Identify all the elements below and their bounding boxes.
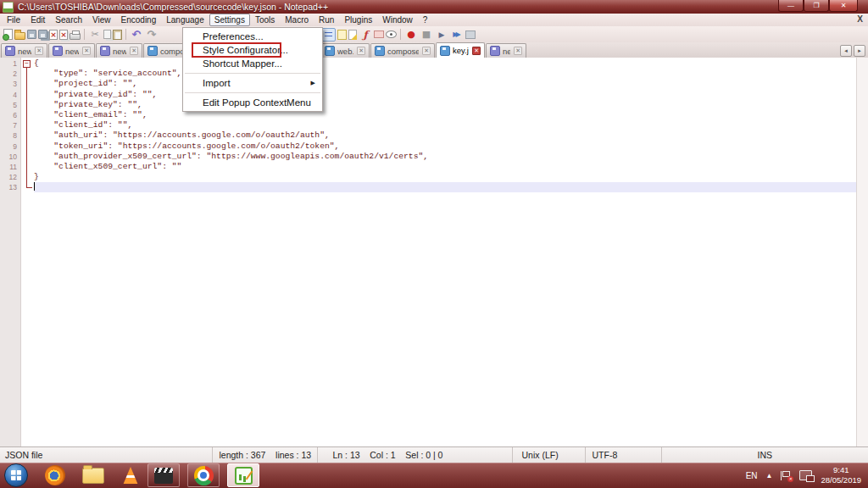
tab-close-icon[interactable]: ✕	[472, 47, 481, 55]
menu-?[interactable]: ?	[418, 14, 433, 26]
close-window-icon[interactable]: ✕	[829, 0, 858, 12]
undo-icon[interactable]	[130, 28, 143, 41]
minimize-window-icon[interactable]: —	[778, 0, 804, 12]
tab[interactable]: key.json ✕	[436, 42, 485, 58]
menu-tools[interactable]: Tools	[250, 14, 280, 26]
editor[interactable]: 1 { 2 "type": "service_account", 3 "proj…	[0, 58, 868, 447]
code-line[interactable]: 10 "auth_provider_x509_cert_url": "https…	[0, 152, 857, 162]
tab-close-icon[interactable]: ✕	[357, 47, 365, 55]
tab[interactable]: new 6 ✕	[486, 43, 526, 58]
tab-scroll-right-icon[interactable]: ▸	[854, 45, 865, 57]
save-icon[interactable]	[27, 30, 36, 39]
tab[interactable]: new 3 ✕	[1, 43, 47, 58]
code-line[interactable]: 12 }	[0, 172, 857, 182]
language-indicator[interactable]: EN	[746, 471, 758, 480]
save-all-icon[interactable]	[38, 30, 47, 39]
menu-edit[interactable]: Edit	[25, 14, 50, 26]
menu-file[interactable]: File	[2, 14, 25, 26]
menu-separator	[185, 73, 320, 74]
start-button-icon[interactable]	[4, 463, 28, 487]
fold-collapse-icon[interactable]: −	[23, 60, 31, 68]
paste-icon[interactable]	[113, 30, 122, 40]
code-line[interactable]: 9 "token_uri": "https://accounts.google.…	[0, 141, 857, 152]
close-file-icon[interactable]	[49, 30, 58, 40]
code-line[interactable]: 1 {	[0, 58, 857, 69]
open-folder-icon[interactable]	[14, 32, 25, 40]
code-line[interactable]: 13	[0, 182, 857, 192]
run-macro-multiple-icon[interactable]	[450, 28, 464, 41]
indent-guide-icon[interactable]	[337, 30, 347, 40]
restore-window-icon[interactable]: ❐	[804, 0, 829, 12]
eol-status: Unix (LF)	[512, 447, 585, 463]
menu-item-preferences[interactable]: Preferences...	[183, 30, 322, 43]
tab-close-icon[interactable]: ✕	[514, 47, 522, 55]
line-number: 13	[0, 183, 20, 191]
firefox-icon[interactable]	[45, 465, 65, 485]
word-wrap-icon[interactable]	[348, 30, 357, 40]
menu-view[interactable]: View	[87, 14, 116, 26]
line-number: 9	[0, 142, 20, 151]
tab[interactable]: composer.json ✕	[370, 43, 435, 58]
notepad-plus-plus-taskbar-button[interactable]	[227, 463, 259, 487]
function-list-icon[interactable]	[359, 28, 372, 41]
show-hidden-icons-icon[interactable]: ▲	[766, 472, 773, 480]
menu-item-style-configurator[interactable]: Style Configurator...	[183, 43, 322, 57]
menu-encoding[interactable]: Encoding	[116, 14, 162, 26]
tab[interactable]: web.php ✕	[320, 43, 370, 58]
copy-icon[interactable]	[103, 30, 111, 39]
tab[interactable]: new 4 ✕	[48, 43, 95, 58]
menu-item-edit-popup-contextmenu[interactable]: Edit Popup ContextMenu	[183, 96, 322, 109]
line-text: "auth_uri": "https://accounts.google.com…	[34, 130, 857, 141]
close-document-icon[interactable]: X	[857, 14, 863, 24]
menu-plugins[interactable]: Plugins	[339, 14, 377, 26]
menu-item-import[interactable]: Import▶	[183, 76, 322, 90]
menu-run[interactable]: Run	[314, 14, 339, 26]
code-line[interactable]: 6 "client_email": "",	[0, 110, 857, 120]
menu-settings[interactable]: Settings	[209, 14, 250, 26]
code-line[interactable]: 11 "client_x509_cert_url": ""	[0, 162, 857, 172]
tab-scroll-left-icon[interactable]: ◂	[840, 45, 852, 57]
code-line[interactable]: 3 "project_id": "",	[0, 79, 857, 89]
vlc-icon[interactable]	[121, 467, 140, 484]
new-file-icon[interactable]	[3, 29, 13, 40]
tab-close-icon[interactable]: ✕	[35, 47, 43, 55]
media-player-taskbar-button[interactable]	[147, 463, 180, 487]
menu-language[interactable]: Language	[161, 14, 209, 26]
record-macro-icon[interactable]	[404, 28, 418, 41]
chrome-taskbar-button[interactable]	[187, 463, 220, 487]
show-all-chars-icon[interactable]	[321, 28, 336, 42]
redo-icon[interactable]	[145, 28, 159, 41]
tab-label: web.php	[337, 47, 353, 56]
chrome-icon	[194, 466, 214, 485]
doc-map-icon[interactable]	[374, 30, 384, 38]
saved-file-icon	[147, 46, 158, 56]
print-icon[interactable]	[70, 33, 81, 40]
code-line[interactable]: 2 "type": "service_account",	[0, 69, 857, 79]
menu-item-shortcut-mapper[interactable]: Shortcut Mapper...	[183, 57, 322, 70]
vertical-scrollbar[interactable]	[856, 58, 868, 447]
save-macro-icon[interactable]	[465, 30, 476, 39]
cut-icon[interactable]	[88, 28, 102, 41]
stop-macro-icon[interactable]	[420, 28, 433, 41]
clock[interactable]: 9:41 28/05/2019	[821, 465, 861, 485]
network-display-icon[interactable]	[799, 470, 812, 480]
tab-close-icon[interactable]: ✕	[422, 47, 431, 55]
doc-switcher-icon[interactable]	[386, 30, 397, 38]
menu-macro[interactable]: Macro	[280, 14, 314, 26]
play-macro-icon[interactable]	[435, 28, 448, 41]
code-line[interactable]: 8 "auth_uri": "https://accounts.google.c…	[0, 130, 857, 141]
code-line[interactable]: 4 "private_key_id": "",	[0, 90, 857, 100]
action-center-flag-icon[interactable]	[781, 471, 791, 480]
tab-close-icon[interactable]: ✕	[130, 47, 138, 55]
menu-window[interactable]: Window	[377, 14, 418, 26]
code-line[interactable]: 5 "private_key": "",	[0, 100, 857, 110]
close-all-icon[interactable]	[59, 30, 68, 40]
toolbar-separator	[125, 29, 126, 40]
file-explorer-icon[interactable]	[82, 468, 104, 484]
taskbar: EN ▲ 9:41 28/05/2019	[0, 463, 868, 488]
code-line[interactable]: 7 "client_id": "",	[0, 120, 857, 130]
tab[interactable]: new 5 ✕	[96, 43, 142, 58]
menu-search[interactable]: Search	[50, 14, 87, 26]
tab-close-icon[interactable]: ✕	[82, 47, 91, 55]
menu-bar: FileEditSearchViewEncodingLanguageSettin…	[0, 14, 868, 27]
